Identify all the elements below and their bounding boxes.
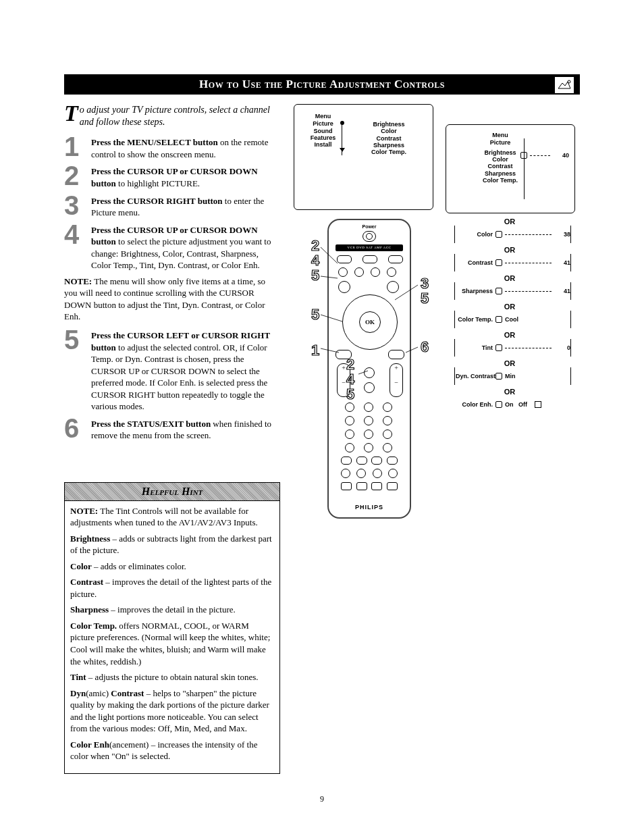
left-column: To adjust your TV picture controls, sele… <box>64 104 280 774</box>
svg-line-8 <box>406 347 418 353</box>
step-number: 4 <box>64 223 91 271</box>
svg-point-0 <box>568 80 570 83</box>
section-title-bar: How to Use the Picture Adjustment Contro… <box>64 74 580 95</box>
svg-line-2 <box>321 247 338 263</box>
step-number: 3 <box>64 194 91 219</box>
hint-title: Helpful Hint <box>65 483 279 501</box>
svg-line-5 <box>321 348 339 353</box>
step-3: 3 Press the CURSOR RIGHT button to enter… <box>64 194 280 219</box>
step-4: 4 Press the CURSOR UP or CURSOR DOWN but… <box>64 223 280 271</box>
svg-line-6 <box>358 371 368 374</box>
svg-line-3 <box>321 276 338 278</box>
step-number: 2 <box>64 164 91 189</box>
step-number: 5 <box>64 328 91 413</box>
intro-dropcap: T <box>64 104 78 123</box>
helpful-hint-box: Helpful Hint NOTE: The Tint Controls wil… <box>64 482 280 774</box>
diagram: Menu Picture Sound Features Install Brig… <box>294 104 577 523</box>
step-6: 6 Press the STATUS/EXIT button when fini… <box>64 417 280 442</box>
manual-page: How to Use the Picture Adjustment Contro… <box>0 0 644 834</box>
note-text: NOTE: The menu will show only five items… <box>64 276 280 323</box>
svg-line-7 <box>395 285 418 300</box>
svg-line-4 <box>321 315 342 321</box>
title-icon <box>554 76 574 94</box>
step-5: 5 Press the CURSOR LEFT or CURSOR RIGHT … <box>64 328 280 413</box>
leader-lines <box>294 104 577 523</box>
section-title: How to Use the Picture Adjustment Contro… <box>199 78 445 91</box>
page-number: 9 <box>64 794 580 804</box>
step-2: 2 Press the CURSOR UP or CURSOR DOWN but… <box>64 164 280 189</box>
step-number: 6 <box>64 417 91 442</box>
step-1: 1 Press the MENU/SELECT button on the re… <box>64 135 280 160</box>
step-number: 1 <box>64 135 91 160</box>
intro-text: To adjust your TV picture controls, sele… <box>64 104 280 128</box>
right-column: Menu Picture Sound Features Install Brig… <box>294 104 580 774</box>
